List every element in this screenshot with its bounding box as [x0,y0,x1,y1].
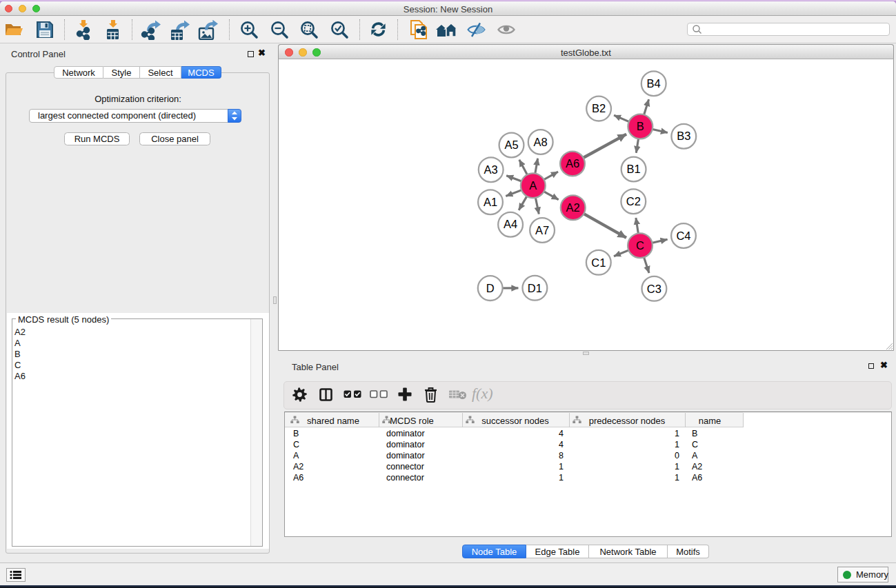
svg-text:D: D [486,282,495,294]
svg-text:C4: C4 [676,230,690,242]
svg-text:A: A [529,179,537,192]
svg-text:A6: A6 [566,157,579,170]
svg-text:B2: B2 [592,102,606,114]
svg-text:A1: A1 [484,196,497,208]
svg-text:A3: A3 [484,163,498,176]
svg-text:C3: C3 [647,283,661,295]
svg-text:B4: B4 [647,77,661,90]
svg-text:A8: A8 [534,136,548,148]
svg-text:A7: A7 [535,224,549,236]
svg-text:B: B [637,120,644,132]
svg-text:C2: C2 [626,195,641,207]
svg-text:A5: A5 [504,139,518,151]
svg-text:B1: B1 [627,163,641,175]
svg-text:C: C [636,239,644,252]
svg-text:C1: C1 [591,256,606,269]
svg-text:B3: B3 [677,130,690,142]
svg-text:A4: A4 [504,218,517,230]
svg-text:A2: A2 [566,201,580,214]
svg-text:D1: D1 [528,282,542,294]
